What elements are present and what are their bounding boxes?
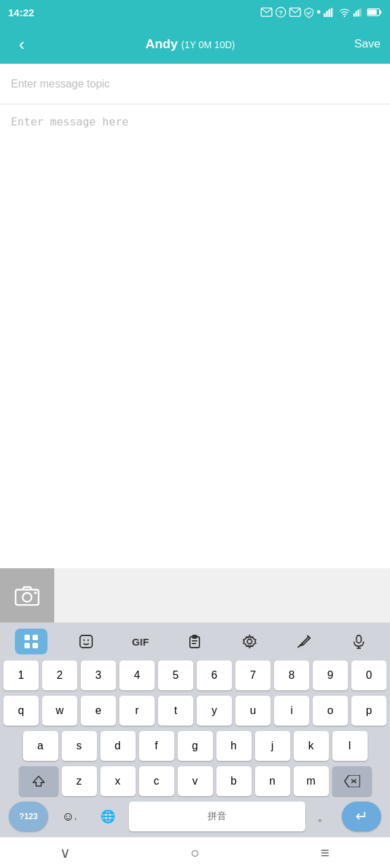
keyboard-row-asdf: a s d f g h j k l <box>0 728 390 764</box>
globe-key[interactable]: 🌐 <box>90 802 125 831</box>
nav-menu-button[interactable]: ≡ <box>260 837 390 868</box>
page-title: Andy (1Y 0M 10D) <box>34 37 347 52</box>
svg-rect-22 <box>33 643 38 648</box>
contact-duration: (1Y 0M 10D) <box>181 39 235 50</box>
svg-point-25 <box>87 639 88 641</box>
key-t[interactable]: t <box>158 696 193 726</box>
shift-key[interactable] <box>19 766 58 796</box>
svg-rect-4 <box>324 14 326 17</box>
keyboard-mic-button[interactable] <box>343 629 375 654</box>
key-z[interactable]: z <box>62 766 97 796</box>
key-l[interactable]: l <box>332 731 368 761</box>
period-key[interactable]: 。 <box>309 802 338 831</box>
keyboard-settings-button[interactable] <box>233 629 266 654</box>
keyboard-row-qwerty: q w e r t y u i o p <box>0 693 390 728</box>
key-c[interactable]: c <box>139 766 174 796</box>
key-u[interactable]: u <box>235 696 271 726</box>
keyboard-emoji-button[interactable] <box>70 629 102 654</box>
keyboard-bottom-row: ?123 ☺, 🌐 拼音 。 ↵ <box>0 799 390 837</box>
key-7[interactable]: 7 <box>235 660 271 690</box>
svg-point-24 <box>83 639 84 641</box>
keyboard-apps-button[interactable] <box>15 629 47 654</box>
key-e[interactable]: e <box>81 696 116 726</box>
draw-icon <box>296 634 311 649</box>
wifi-icon <box>338 7 351 17</box>
save-button[interactable]: Save <box>347 37 381 51</box>
key-d[interactable]: d <box>100 731 136 761</box>
status-bar: 14:22 ? • <box>0 0 390 24</box>
message-body-input[interactable] <box>0 104 390 568</box>
question-icon: ? <box>275 7 286 18</box>
key-s[interactable]: s <box>62 731 97 761</box>
content-area <box>0 64 390 568</box>
battery-icon <box>367 8 382 16</box>
key-g[interactable]: g <box>178 731 213 761</box>
symbols-key[interactable]: ?123 <box>9 802 48 831</box>
enter-key[interactable]: ↵ <box>342 802 381 831</box>
key-b[interactable]: b <box>216 766 252 796</box>
key-w[interactable]: w <box>42 696 77 726</box>
keyboard-draw-button[interactable] <box>288 629 320 654</box>
key-q[interactable]: q <box>3 696 39 726</box>
svg-rect-5 <box>326 11 328 17</box>
sticker-icon <box>79 634 94 649</box>
shield-icon <box>304 7 314 18</box>
keyboard: GIF <box>0 623 390 837</box>
key-h[interactable]: h <box>216 731 252 761</box>
back-button[interactable]: ‹ <box>9 34 34 55</box>
key-n[interactable]: n <box>255 766 290 796</box>
svg-line-32 <box>298 646 299 648</box>
key-1[interactable]: 1 <box>3 660 39 690</box>
camera-icon <box>14 585 40 606</box>
mail2-icon <box>289 7 301 17</box>
key-a[interactable]: a <box>23 731 58 761</box>
keyboard-gif-button[interactable]: GIF <box>124 629 157 654</box>
svg-rect-6 <box>328 9 330 17</box>
key-x[interactable]: x <box>100 766 136 796</box>
chevron-down-icon: ∨ <box>60 844 71 862</box>
message-topic-input[interactable] <box>0 64 390 104</box>
key-8[interactable]: 8 <box>274 660 309 690</box>
signal-icon <box>324 7 336 17</box>
key-0[interactable]: 0 <box>351 660 387 690</box>
home-icon: ○ <box>191 844 199 862</box>
svg-rect-23 <box>80 635 92 648</box>
key-p[interactable]: p <box>351 696 387 726</box>
key-v[interactable]: v <box>178 766 213 796</box>
svg-rect-33 <box>356 635 361 643</box>
svg-text:?: ? <box>279 9 283 16</box>
key-y[interactable]: y <box>197 696 232 726</box>
status-icons: ? • <box>260 6 382 18</box>
key-2[interactable]: 2 <box>42 660 77 690</box>
keyboard-number-row: 1 2 3 4 5 6 7 8 9 0 <box>0 658 390 693</box>
key-9[interactable]: 9 <box>313 660 348 690</box>
svg-point-30 <box>247 639 252 644</box>
key-4[interactable]: 4 <box>119 660 155 690</box>
key-j[interactable]: j <box>255 731 290 761</box>
shift-icon <box>32 774 45 788</box>
key-f[interactable]: f <box>139 731 174 761</box>
svg-rect-9 <box>353 14 355 17</box>
keyboard-toolbar: GIF <box>0 623 390 658</box>
key-5[interactable]: 5 <box>158 660 193 690</box>
key-3[interactable]: 3 <box>81 660 116 690</box>
top-bar: ‹ Andy (1Y 0M 10D) Save <box>0 24 390 64</box>
camera-button[interactable] <box>0 568 54 623</box>
spacebar-key[interactable]: 拼音 <box>129 802 305 831</box>
nav-down-button[interactable]: ∨ <box>0 837 130 868</box>
nav-home-button[interactable]: ○ <box>130 837 260 868</box>
key-i[interactable]: i <box>274 696 309 726</box>
backspace-key[interactable] <box>332 766 372 796</box>
key-m[interactable]: m <box>294 766 329 796</box>
status-time: 14:22 <box>8 7 34 18</box>
key-6[interactable]: 6 <box>197 660 232 690</box>
menu-icon: ≡ <box>321 844 330 862</box>
emoji-key[interactable]: ☺, <box>52 802 87 831</box>
key-o[interactable]: o <box>313 696 348 726</box>
mic-icon <box>351 634 366 649</box>
key-r[interactable]: r <box>119 696 155 726</box>
svg-rect-14 <box>380 10 382 14</box>
keyboard-clipboard-button[interactable] <box>178 629 211 654</box>
key-k[interactable]: k <box>294 731 329 761</box>
apps-icon <box>24 634 39 649</box>
